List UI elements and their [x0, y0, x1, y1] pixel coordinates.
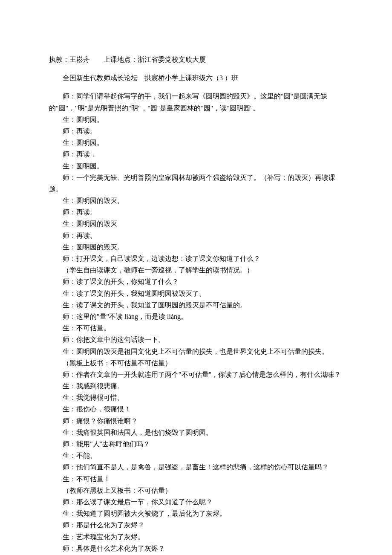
transcript-line: 生：读了课文的开头，我知道了圆明园的毁灭是不可估量的。 [49, 299, 343, 311]
transcript-line: 师：一个完美无缺、光明普照的皇家园林却被两个强盗给毁灭了。（补写：的毁灭）再读课… [49, 172, 343, 195]
transcript-line: 生：圆明园的毁灭 [49, 218, 343, 229]
transcript-line: 生：圆明园的毁灭。 [49, 241, 343, 253]
transcript-line: 生：读了课文的开头，我知道圆明园被毁灭了。 [49, 288, 343, 299]
transcript-line: 师：那么读了课文最后一节，你又知道了什么呢？ [49, 496, 343, 508]
transcript-line: 生：我痛恨英国和法国人，是他们烧毁了圆明园。 [49, 427, 343, 438]
meta-line-2: 全国新生代教师成长论坛 拱宸桥小学上课班级六（3 ）班 [49, 72, 343, 84]
transcript-line: 生：我觉得很可惜。 [49, 392, 343, 403]
transcript-line: （学生自由读课文，教师在一旁巡视，了解学生的读书情况。） [49, 264, 343, 276]
transcript-line: 师：作者在文章的一开头就连用了两个"不可估量"，你读了后心情是怎么样的，有什么滋… [49, 369, 343, 380]
transcript-line: 生：圆明园。 [49, 114, 343, 125]
transcript-line: 师：具体是什么艺术化为了灰烬？ [49, 543, 343, 554]
transcript-line: （教师在黑板上又板书：不可估量） [49, 485, 343, 496]
transcript-line: 生：不可估量！ [49, 473, 343, 485]
transcript-line: 生：不可估量。 [49, 322, 343, 334]
transcript-line: 师：他们简直不是人，是禽兽，是强盗，是畜生！这样的悲痛，这样的伤心可以估量吗？ [49, 461, 343, 473]
transcript-line: 师：打开课文，自己读课文，边读边想：读了课文你知道了什么？ [49, 253, 343, 264]
transcript-line: 师：这里的"量"不读 liàng，而是读 liáng。 [49, 311, 343, 322]
transcript-line: 生：我知道了圆明园被大火被烧了，最后化为了灰烬。 [49, 508, 343, 519]
transcript-line: 生：艺术瑰宝化为了灰烬。 [49, 531, 343, 543]
transcript-line: 师：再读。 [49, 125, 343, 137]
meta-line-1: 执教：王崧舟 上课地点：浙江省委党校文欣大厦 [49, 54, 343, 65]
transcript-line: 师：那是什么化为了灰烬？ [49, 519, 343, 531]
transcript-line: （黑板上板书：不可估量不可估量） [49, 357, 343, 369]
transcript-line: 师：同学们请举起你写字的手，我们一起来写《圆明园的毁灭》。这里的"圆"是圆满无缺… [49, 90, 343, 113]
transcript-line: 师：痛恨？你痛恨谁啊？ [49, 415, 343, 427]
transcript-line: 生：圆明园的毁灭是祖国文化史上不可估量的损失，也是世界文化史上不可估量的损失。 [49, 346, 343, 357]
transcript-line: 生：不能。 [49, 450, 343, 461]
transcript-line: 生：我感到很悲痛。 [49, 380, 343, 392]
transcript-line: 生：圆明园。 [49, 160, 343, 172]
transcript-line: 师：再读。 [49, 230, 343, 241]
transcript-line: 师：你把文章中的这句话读一下。 [49, 334, 343, 345]
transcript-line: 师：再读． [49, 148, 343, 160]
transcript-line: 生：很伤心，很痛恨！ [49, 403, 343, 415]
document-page: 执教：王崧舟 上课地点：浙江省委党校文欣大厦 全国新生代教师成长论坛 拱宸桥小学… [0, 0, 392, 555]
transcript-line: 师：再读。 [49, 206, 343, 218]
transcript-line: 师：能用"人"去称呼他们吗？ [49, 438, 343, 450]
transcript-line: 生：圆明园。 [49, 137, 343, 148]
transcript-line: 师：读了课文的开头，你知道了什么？ [49, 276, 343, 287]
transcript-line: 生：圆明园的毁灭。 [49, 195, 343, 206]
